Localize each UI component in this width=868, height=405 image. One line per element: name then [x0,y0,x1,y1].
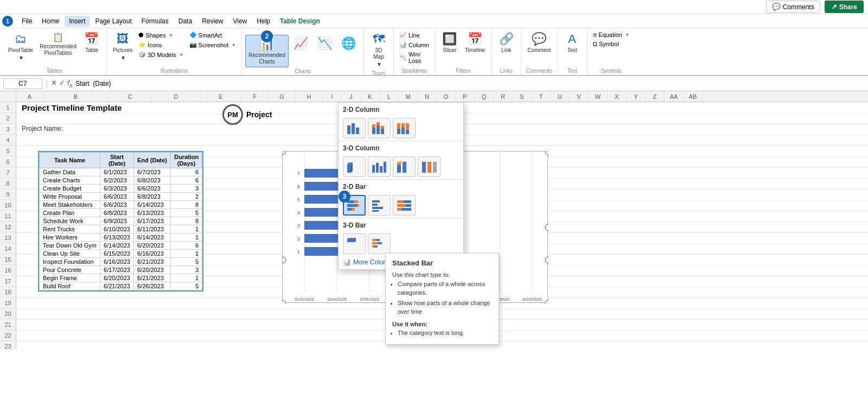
3d-column-btn3[interactable] [393,156,416,177]
menu-home[interactable]: Home [37,16,63,27]
table-row[interactable]: Create Charts6/2/20236/8/20236 [40,176,202,185]
3d-column-btn4[interactable] [418,156,441,177]
col-header-d[interactable]: D [152,91,201,102]
col-header-e[interactable]: E [201,91,241,102]
row-16[interactable]: 16 [0,265,16,276]
cell-reference-input[interactable]: C7 [3,78,42,89]
col-header-f[interactable]: F [241,91,269,102]
smartart-btn[interactable]: 🔷 SmartArt [187,30,239,40]
bar-chart-btn[interactable]: 📈 [290,35,312,52]
col-header-l[interactable]: L [380,91,399,102]
row-10[interactable]: 10 [0,200,16,211]
col-header-h[interactable]: H [296,91,323,102]
menu-data[interactable]: Data [174,16,196,27]
menu-insert[interactable]: Insert [65,16,90,27]
pivot-table-btn[interactable]: 🗂 PivotTable ▼ [5,30,36,63]
row-5[interactable]: 5 [0,145,16,156]
row-1[interactable]: 1 [0,102,16,113]
2d-column-100pct-btn[interactable] [393,118,416,138]
screenshot-btn[interactable]: 📷 Screenshot ▼ [187,40,239,49]
row-11[interactable]: 11 [0,211,16,222]
col-header-z[interactable]: Z [646,91,665,102]
comments-button[interactable]: 💬 Comments [766,1,820,13]
table-row[interactable]: Tear Down Old Gym6/14/20236/20/20236 [40,242,202,250]
col-header-m[interactable]: M [399,91,418,102]
formula-function-icon[interactable]: fx [67,79,72,88]
3d-column-btn2[interactable] [368,156,391,177]
col-header-aa[interactable]: AA [665,91,684,102]
col-header-n[interactable]: N [418,91,437,102]
col-header-p[interactable]: P [456,91,475,102]
symbol-btn[interactable]: Ω Symbol [591,40,632,48]
table-row[interactable]: Write Proposal6/6/20236/8/20232 [40,193,202,201]
formula-cancel-icon[interactable]: ✕ [51,79,57,88]
winloss-sparkline-btn[interactable]: 📉 Win/Loss [397,50,431,65]
row-13[interactable]: 13 [0,232,16,243]
col-header-i[interactable]: I [323,91,342,102]
menu-file[interactable]: File [17,16,36,27]
row-23[interactable]: 23 [0,341,16,350]
table-row[interactable]: Gather Data6/1/20236/7/20236 [40,168,202,176]
shapes-btn[interactable]: ⬟ Shapes ▼ [136,30,186,40]
link-btn[interactable]: 🔗 Link [495,30,518,55]
menu-page-layout[interactable]: Page Layout [91,16,136,27]
3d-column-btn1[interactable] [343,156,366,177]
row-19[interactable]: 19 [0,298,16,308]
col-header-b[interactable]: B [43,91,108,102]
col-header-v[interactable]: V [570,91,589,102]
table-row[interactable]: Inspect Foundation6/16/20236/21/20235 [40,258,202,266]
2d-column-stacked-btn[interactable] [368,118,391,138]
row-9[interactable]: 9 [0,189,16,200]
row-6[interactable]: 6 [0,156,16,167]
table-row[interactable]: Build Roof6/21/20236/26/20235 [40,282,202,290]
col-header-g[interactable]: G [269,91,296,102]
col-header-a[interactable]: A [16,91,43,102]
col-header-ab[interactable]: AB [684,91,703,102]
2d-column-clustered-btn[interactable] [343,118,366,138]
menu-view[interactable]: View [229,16,252,27]
formula-input[interactable] [75,80,865,87]
row-4[interactable]: 4 [0,135,16,145]
row-12[interactable]: 12 [0,222,16,232]
row-14[interactable]: 14 [0,243,16,254]
col-header-k[interactable]: K [361,91,380,102]
row-15[interactable]: 15 [0,254,16,265]
table-row[interactable]: Schedule Work6/9/20236/17/20238 [40,217,202,225]
3d-models-btn[interactable]: 🎲 3D Models ▼ [136,50,186,59]
line-chart-btn[interactable]: 📉 [314,35,336,52]
icons-btn[interactable]: ⭐ Icons [136,40,186,49]
col-header-u[interactable]: U [551,91,570,102]
col-header-s[interactable]: S [513,91,532,102]
3d-bar-btn2[interactable] [368,233,391,254]
row-22[interactable]: 22 [0,330,16,341]
table-row[interactable]: Create Plan6/8/20236/13/20235 [40,209,202,217]
slicer-btn[interactable]: 🔲 Slicer [438,30,461,55]
3d-bar-btn1[interactable] [343,233,366,254]
table-row[interactable]: Rent Trucks6/10/20236/11/20231 [40,225,202,233]
text-btn[interactable]: A Text [561,30,584,55]
row-3[interactable]: 3 [0,124,16,135]
col-header-c[interactable]: C [108,91,152,102]
equation-btn[interactable]: π Equation ▼ [591,30,632,39]
col-header-w[interactable]: W [589,91,608,102]
table-btn[interactable]: 📅 Table [80,30,103,55]
col-header-o[interactable]: O [437,91,456,102]
col-header-x[interactable]: X [608,91,627,102]
chart-type-dropdown[interactable]: 2-D Column 3-D Column [338,102,464,270]
row-18[interactable]: 18 [0,287,16,298]
line-sparkline-btn[interactable]: 📈 Line [397,30,431,40]
menu-table-design[interactable]: Table Design [276,16,324,27]
col-header-t[interactable]: T [532,91,551,102]
2d-bar-100pct-btn[interactable] [393,195,416,216]
timeline-btn[interactable]: 📅 Timeline [462,30,488,55]
col-header-y[interactable]: Y [627,91,646,102]
column-sparkline-btn[interactable]: 📊 Column [397,40,431,49]
row-17[interactable]: 17 [0,276,16,287]
row-21[interactable]: 21 [0,319,16,330]
3d-map-btn[interactable]: 🗺 3DMap ▼ [367,30,390,69]
table-row[interactable]: Clean Up Site6/15/20236/16/20231 [40,250,202,258]
table-row[interactable]: Create Budget6/3/20236/6/20233 [40,185,202,193]
comment-btn[interactable]: 💬 Comment [525,30,553,55]
row-8[interactable]: 8 [0,178,16,189]
table-row[interactable]: Hire Workers6/13/20236/14/20231 [40,233,202,242]
